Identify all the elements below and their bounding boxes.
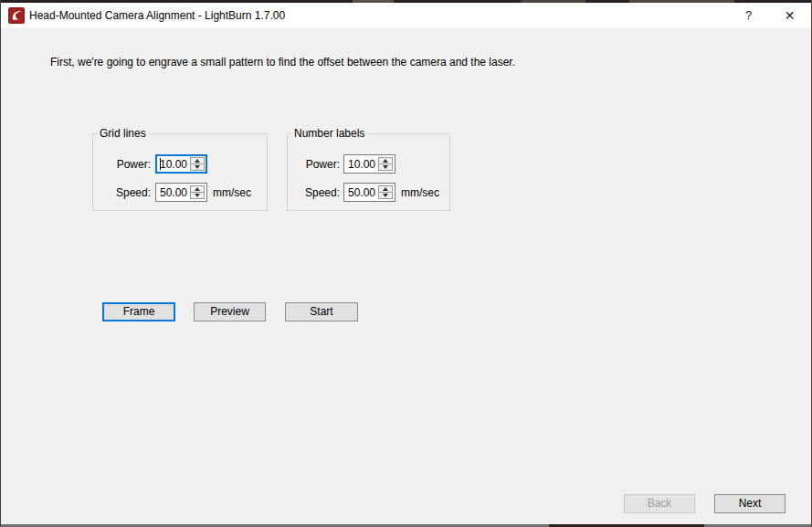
back-button[interactable]: Back [624,494,695,513]
labels-speed-spinbox [343,183,395,202]
close-icon: ✕ [785,8,796,23]
camera-alignment-dialog: Head-Mounted Camera Alignment - LightBur… [0,0,812,527]
spin-up-icon [383,159,388,163]
grid-power-label: Power: [102,157,151,172]
grid-speed-spinbox [155,183,207,202]
text-caret [160,158,161,170]
spin-down-icon [195,194,200,197]
titlebar: Head-Mounted Camera Alignment - LightBur… [1,3,811,28]
spin-up-icon [195,159,200,163]
grid-speed-spin-buttons [190,185,205,199]
labels-speed-spin-buttons [378,185,393,199]
grid-lines-group-title: Grid lines [97,127,149,140]
spin-down-button[interactable] [379,193,392,198]
labels-power-label: Power: [294,157,340,172]
preview-button[interactable]: Preview [194,302,266,321]
spin-down-icon [383,165,388,169]
spin-up-icon [195,187,200,191]
number-labels-group: Number labels Power: Speed: mm/sec [287,133,450,211]
frame-button[interactable]: Frame [102,302,175,321]
labels-speed-label: Speed: [294,185,340,200]
lightburn-logo-icon [8,7,25,24]
grid-speed-label: Speed: [102,185,151,200]
window-title: Head-Mounted Camera Alignment - LightBur… [29,3,285,28]
labels-power-spin-buttons [378,157,393,171]
spin-down-icon [195,165,200,169]
spin-up-icon [383,187,388,191]
grid-power-spin-buttons [190,157,205,171]
spin-up-button[interactable] [379,158,392,164]
labels-power-input[interactable] [344,155,378,173]
grid-speed-unit: mm/sec [213,185,251,200]
help-icon: ? [745,8,752,22]
spin-down-button[interactable] [191,164,204,170]
number-labels-group-title: Number labels [291,127,367,140]
grid-lines-group: Grid lines Power: Speed: mm/sec [92,133,268,211]
spin-down-icon [383,194,388,197]
close-button[interactable]: ✕ [769,3,810,28]
start-button[interactable]: Start [285,302,358,321]
labels-power-spinbox [343,154,395,174]
grid-power-spinbox [155,154,207,174]
labels-speed-input[interactable] [344,184,378,201]
grid-power-input[interactable] [156,155,190,173]
spin-up-button[interactable] [379,186,392,193]
instruction-text: First, we're going to engrave a small pa… [50,56,515,69]
spin-down-button[interactable] [191,193,204,198]
spin-up-button[interactable] [191,186,204,193]
grid-speed-input[interactable] [156,184,190,201]
next-button[interactable]: Next [714,494,786,513]
labels-speed-unit: mm/sec [401,185,439,200]
spin-up-button[interactable] [191,158,204,164]
spin-down-button[interactable] [379,164,392,170]
help-button[interactable]: ? [728,3,769,28]
